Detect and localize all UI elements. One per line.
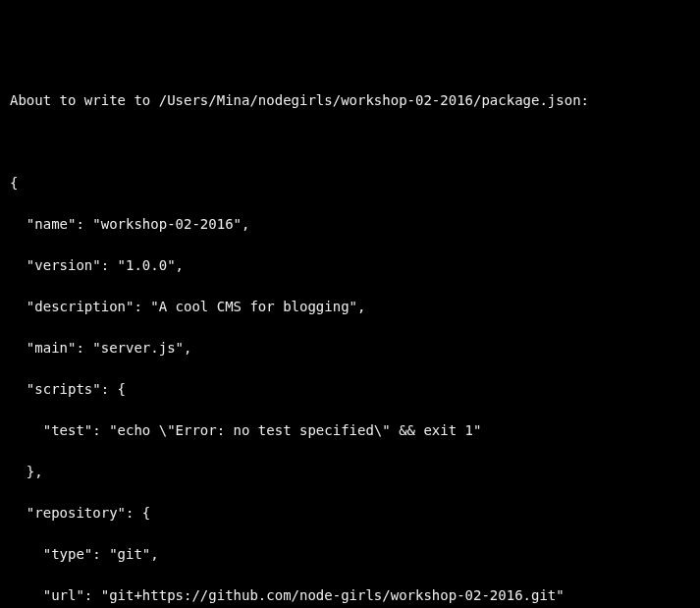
blank-line (10, 132, 690, 152)
json-scripts-open: "scripts": { (10, 379, 690, 400)
json-repo-open: "repository": { (10, 503, 690, 524)
json-scripts-close: }, (10, 462, 690, 482)
json-repo-type: "type": "git", (10, 544, 690, 565)
json-version: "version": "1.0.0", (10, 255, 690, 276)
intro-line: About to write to /Users/Mina/nodegirls/… (10, 90, 690, 111)
json-scripts-test: "test": "echo \"Error: no test specified… (10, 420, 690, 441)
json-open-brace: { (10, 173, 690, 193)
json-repo-url: "url": "git+https://github.com/node-girl… (10, 585, 690, 606)
json-name: "name": "workshop-02-2016", (10, 214, 690, 235)
json-description: "description": "A cool CMS for blogging"… (10, 297, 690, 317)
json-main: "main": "server.js", (10, 338, 690, 359)
